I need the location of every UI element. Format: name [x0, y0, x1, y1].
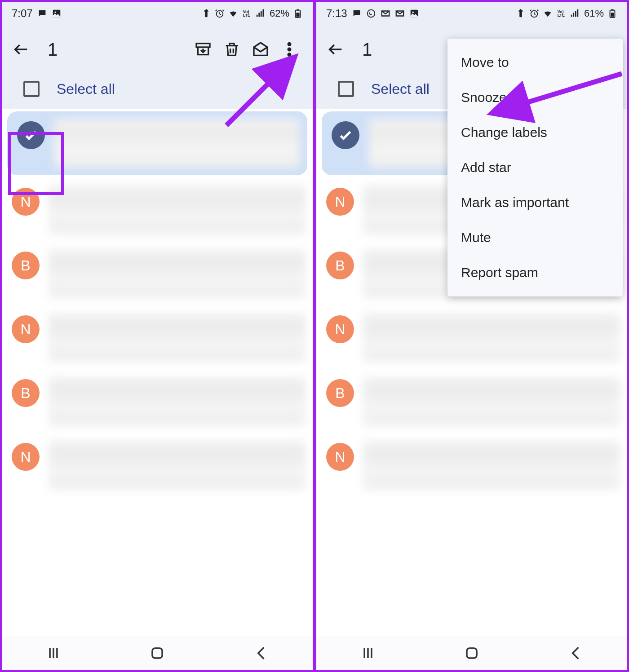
email-preview-blurred	[54, 119, 300, 168]
avatar-n[interactable]: N	[12, 443, 40, 471]
menu-move-to[interactable]: Move to	[447, 45, 623, 80]
selection-count: 1	[48, 40, 58, 60]
svg-point-9	[288, 53, 291, 56]
svg-rect-11	[152, 648, 162, 658]
signal-icon	[570, 9, 580, 18]
menu-mute[interactable]: Mute	[447, 220, 623, 255]
email-item[interactable]: N	[2, 433, 313, 497]
android-nav-bar	[2, 636, 313, 670]
svg-rect-5	[296, 13, 299, 17]
back-nav-button[interactable]	[243, 644, 279, 662]
email-item[interactable]: N	[316, 433, 627, 497]
menu-change-labels[interactable]: Change labels	[447, 115, 623, 150]
email-preview-blurred	[363, 313, 620, 362]
battery-icon	[607, 9, 617, 18]
svg-rect-6	[196, 44, 210, 47]
svg-point-1	[54, 11, 56, 13]
email-item[interactable]: B	[2, 242, 313, 305]
volte-icon: Vo)LTE	[556, 9, 566, 18]
whatsapp-icon	[366, 9, 376, 18]
image-icon	[409, 9, 419, 18]
avatar-n[interactable]: N	[326, 443, 354, 471]
status-bar: 7:13 Vo)LTE 61%	[316, 2, 627, 25]
chat-icon	[352, 9, 362, 18]
selection-app-bar: 1	[2, 25, 313, 74]
select-all-label: Select all	[57, 81, 115, 97]
email-list: N B N B N	[2, 111, 313, 497]
avatar-b[interactable]: B	[12, 252, 40, 279]
avatar-b[interactable]: B	[12, 379, 40, 407]
gmail-icon	[395, 9, 405, 18]
email-preview-blurred	[49, 440, 306, 490]
svg-rect-20	[467, 648, 477, 658]
overflow-menu: Move to Snooze Change labels Add star Ma…	[447, 39, 623, 296]
select-all-checkbox[interactable]	[338, 81, 354, 97]
svg-rect-4	[297, 9, 299, 11]
menu-add-star[interactable]: Add star	[447, 150, 623, 185]
email-preview-blurred	[49, 249, 306, 298]
battery-percent: 62%	[270, 8, 289, 19]
email-item-selected[interactable]	[7, 111, 307, 175]
battery-icon	[293, 9, 303, 18]
back-nav-button[interactable]	[558, 644, 594, 662]
email-item[interactable]: B	[2, 369, 313, 433]
status-time: 7:13	[326, 7, 347, 20]
menu-report-spam[interactable]: Report spam	[447, 255, 623, 290]
overflow-button[interactable]	[275, 38, 304, 61]
select-all-checkbox[interactable]	[23, 81, 40, 97]
selected-check-icon[interactable]	[17, 121, 45, 149]
status-time: 7:07	[12, 7, 33, 20]
svg-point-14	[412, 11, 414, 13]
selection-count: 1	[362, 40, 372, 60]
phone-right: 7:13 Vo)LTE 61% 1	[314, 0, 629, 672]
email-preview-blurred	[49, 376, 306, 426]
avatar-n[interactable]: N	[326, 315, 354, 343]
chat-icon	[37, 9, 47, 18]
battery-percent: 61%	[584, 8, 604, 19]
back-button[interactable]	[325, 39, 346, 60]
recents-button[interactable]	[35, 644, 71, 662]
home-button[interactable]	[454, 644, 490, 662]
select-all-label: Select all	[371, 81, 430, 97]
email-item[interactable]: N	[316, 305, 627, 369]
svg-point-7	[288, 43, 291, 46]
email-item[interactable]: N	[2, 305, 313, 369]
battery-saver-icon	[201, 9, 211, 18]
wifi-icon	[228, 9, 238, 18]
status-bar: 7:07 Vo)LTE 62%	[2, 2, 313, 25]
selected-check-icon[interactable]	[332, 121, 359, 149]
android-nav-bar	[316, 636, 627, 670]
home-button[interactable]	[139, 644, 175, 662]
alarm-icon	[529, 9, 539, 18]
email-preview-blurred	[49, 313, 306, 362]
gmail-icon	[381, 9, 390, 18]
avatar-b[interactable]: B	[326, 252, 354, 279]
select-all-row[interactable]: Select all	[2, 74, 313, 109]
svg-point-8	[288, 48, 291, 51]
avatar-n[interactable]: N	[12, 188, 40, 216]
svg-rect-17	[611, 9, 614, 11]
delete-button[interactable]	[217, 38, 246, 61]
recents-button[interactable]	[350, 644, 386, 662]
back-button[interactable]	[11, 39, 31, 60]
avatar-b[interactable]: B	[326, 379, 354, 407]
menu-mark-important[interactable]: Mark as important	[447, 185, 623, 220]
avatar-n[interactable]: N	[12, 315, 40, 343]
alarm-icon	[215, 9, 225, 18]
svg-rect-18	[611, 13, 614, 17]
menu-snooze[interactable]: Snooze	[447, 80, 623, 115]
email-item[interactable]: N	[2, 178, 313, 242]
battery-saver-icon	[516, 9, 526, 18]
mark-read-button[interactable]	[246, 38, 275, 61]
email-preview-blurred	[363, 440, 620, 490]
email-preview-blurred	[363, 376, 620, 426]
email-preview-blurred	[49, 185, 306, 234]
svg-point-12	[367, 10, 375, 18]
archive-button[interactable]	[189, 38, 217, 61]
volte-icon: Vo)LTE	[242, 9, 252, 18]
wifi-icon	[543, 9, 553, 18]
phone-left: 7:07 Vo)LTE 62%	[0, 0, 314, 672]
email-item[interactable]: B	[316, 369, 627, 433]
avatar-n[interactable]: N	[326, 188, 354, 216]
image-icon	[52, 9, 62, 18]
